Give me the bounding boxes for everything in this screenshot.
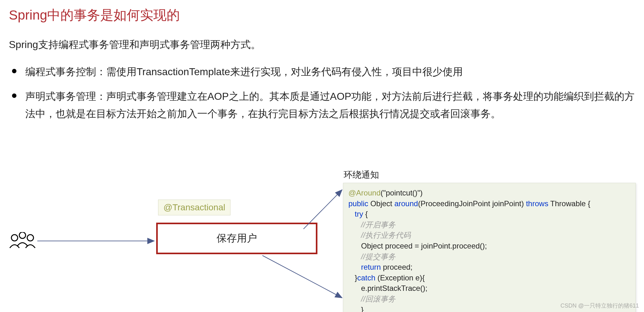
bullet-item-2: 声明式事务管理：声明式事务管理建立在AOP之上的。其本质是通过AOP功能，对方法… bbox=[9, 88, 635, 122]
transactional-annotation: @Transactional bbox=[158, 200, 230, 215]
code-box: @Around("pointcut()") public Object arou… bbox=[343, 183, 636, 312]
intro-text: Spring支持编程式事务管理和声明式事务管理两种方式。 bbox=[9, 38, 635, 52]
code-comment: //提交事务 bbox=[348, 251, 630, 262]
code-header: 环绕通知 bbox=[344, 169, 379, 181]
watermark: CSDN @一只特立独行的猪611 bbox=[561, 302, 639, 309]
svg-point-2 bbox=[27, 235, 34, 241]
users-icon bbox=[8, 232, 37, 255]
code-comment: //执行业务代码 bbox=[348, 230, 630, 241]
svg-point-0 bbox=[11, 235, 18, 241]
svg-line-5 bbox=[262, 255, 342, 298]
svg-line-4 bbox=[304, 190, 342, 229]
svg-point-1 bbox=[19, 232, 26, 238]
code-line: @Around("pointcut()") bbox=[348, 188, 630, 198]
arrow-box-to-code-top bbox=[304, 189, 345, 233]
bullet-list: 编程式事务控制：需使用TransactionTemplate来进行实现，对业务代… bbox=[9, 63, 635, 122]
code-line: try { bbox=[348, 209, 630, 219]
page-title: Spring中的事务是如何实现的 bbox=[9, 6, 635, 24]
code-comment: //开启事务 bbox=[348, 219, 630, 230]
bullet-item-1: 编程式事务控制：需使用TransactionTemplate来进行实现，对业务代… bbox=[9, 63, 635, 80]
diagram-area: @Transactional 保存用户 环绕通知 @Around("pointc… bbox=[0, 169, 644, 302]
code-line: Object proceed = joinPoint.proceed(); bbox=[348, 241, 630, 251]
save-user-label: 保存用户 bbox=[217, 231, 257, 245]
code-line: public Object around(ProceedingJoinPoint… bbox=[348, 198, 630, 209]
arrow-box-to-code-bottom bbox=[262, 254, 345, 302]
save-user-box: 保存用户 bbox=[156, 223, 317, 254]
code-line: e.printStackTrace(); bbox=[348, 283, 630, 294]
arrow-users-to-box bbox=[37, 238, 156, 244]
code-line: return proceed; bbox=[348, 262, 630, 273]
code-line: }catch (Exception e){ bbox=[348, 273, 630, 283]
